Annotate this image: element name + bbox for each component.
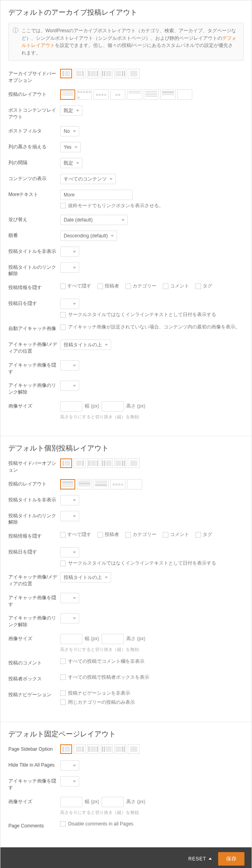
archive-postlayout-label: 投稿のレイアウト — [8, 89, 60, 98]
sidebar-opt-1[interactable] — [60, 69, 72, 78]
postlayout-6[interactable] — [144, 89, 159, 100]
single-section-title: デフォルト個別投稿レイアウト — [8, 443, 244, 453]
postlayout-1[interactable] — [60, 89, 75, 100]
date-inline-chk[interactable] — [60, 312, 66, 318]
page-sidebar-opt-1[interactable] — [60, 744, 72, 754]
single-meta-all-chk[interactable] — [60, 532, 66, 538]
single-hide-title-select[interactable] — [60, 495, 79, 505]
info-icon: i — [13, 27, 18, 33]
archive-hide-featured-select[interactable] — [60, 360, 79, 371]
postnav-samecat-chk[interactable] — [60, 699, 66, 705]
page-sidebar-opt-3[interactable] — [87, 744, 99, 754]
postlayout-7[interactable] — [160, 89, 176, 100]
page-hide-featured-select[interactable] — [60, 776, 79, 786]
single-meta-author-chk[interactable] — [98, 532, 103, 538]
archive-height-input[interactable] — [102, 401, 124, 412]
page-sidebar-opt-6[interactable] — [128, 744, 140, 754]
archive-sidebar-options — [60, 69, 244, 78]
archive-section-title: デフォルトのアーカイブ投稿レイアウト — [8, 8, 244, 17]
sort-select[interactable]: Date (default) — [60, 215, 128, 225]
postnav-hide-chk[interactable] — [60, 690, 66, 696]
page-sidebar-opt-4[interactable] — [101, 744, 113, 754]
page-sidebar-opt-5[interactable] — [114, 744, 126, 754]
archive-notice: i ここでは、WordPressのアーカイブポストレイアウト（カテゴリ、検索、ア… — [8, 23, 244, 61]
single-authorbox-chk[interactable] — [60, 674, 66, 680]
post-filter-select[interactable]: No — [60, 126, 79, 136]
single-sidebar-opt-6[interactable] — [128, 458, 140, 468]
single-media-pos-select[interactable]: 投稿タイトルの上 — [60, 572, 111, 583]
reset-button[interactable]: RESET — [188, 856, 212, 862]
postlayout-2[interactable] — [77, 89, 92, 100]
postlayout-8[interactable] — [177, 89, 192, 100]
single-meta-comment-chk[interactable] — [163, 532, 168, 538]
single-unlink-featured-select[interactable] — [60, 613, 79, 623]
more-text-input[interactable] — [60, 190, 133, 200]
single-postlayout-1[interactable] — [60, 479, 75, 489]
archive-unlink-title-select[interactable] — [60, 262, 79, 273]
single-hide-featured-select[interactable] — [60, 593, 79, 603]
archive-sidebar-label: アーカイブサイドバーオプション — [8, 69, 60, 84]
sidebar-opt-3[interactable] — [87, 69, 99, 78]
meta-comment-chk[interactable] — [163, 284, 168, 289]
single-height-input[interactable] — [102, 634, 124, 644]
caret-up-icon — [209, 858, 212, 860]
page-sidebar-opt-2[interactable] — [74, 744, 86, 754]
single-postlayout-5[interactable] — [127, 479, 142, 489]
postlayout-4[interactable] — [110, 89, 125, 100]
page-section-title: デフォルト固定ページレイアウト — [8, 729, 244, 739]
single-sidebar-opt-3[interactable] — [87, 458, 99, 468]
archive-postlayout-options — [60, 89, 244, 100]
equal-height-select[interactable]: Yes — [60, 142, 81, 152]
single-postlayout-4[interactable] — [110, 479, 125, 489]
order-select[interactable]: Descending (default) — [60, 231, 117, 241]
meta-all-chk[interactable] — [60, 284, 66, 289]
page-width-input[interactable] — [60, 797, 82, 807]
postlayout-3[interactable] — [94, 89, 109, 100]
footer-bar: RESET 保存 — [0, 847, 252, 868]
single-postlayout-2[interactable] — [77, 479, 92, 489]
meta-author-chk[interactable] — [98, 284, 103, 289]
page-comments-chk[interactable] — [60, 821, 66, 827]
postlayout-5[interactable] — [127, 89, 142, 100]
archive-unlink-featured-select[interactable] — [60, 381, 79, 391]
sidebar-opt-6[interactable] — [128, 69, 140, 78]
archive-hide-date-select[interactable] — [60, 299, 79, 309]
single-sidebar-opt-2[interactable] — [74, 458, 86, 468]
single-postlayout-3[interactable] — [94, 479, 109, 489]
meta-category-chk[interactable] — [125, 284, 131, 289]
col-gap-select[interactable]: 既定 — [60, 158, 82, 168]
content-display-select[interactable]: すべてのコンテンツ — [60, 174, 116, 184]
meta-tag-chk[interactable] — [195, 284, 201, 289]
page-height-input[interactable] — [102, 797, 124, 807]
single-meta-category-chk[interactable] — [125, 532, 131, 538]
single-sidebar-opt-4[interactable] — [101, 458, 113, 468]
archive-width-input[interactable] — [60, 401, 82, 412]
single-meta-tag-chk[interactable] — [195, 532, 201, 538]
auto-featured-chk[interactable] — [60, 324, 66, 330]
sidebar-opt-2[interactable] — [74, 69, 86, 78]
single-sidebar-opt-5[interactable] — [114, 458, 126, 468]
save-button[interactable]: 保存 — [218, 852, 244, 866]
more-link-chk[interactable] — [60, 203, 66, 208]
sidebar-opt-4[interactable] — [101, 69, 113, 78]
single-comments-chk[interactable] — [60, 658, 66, 664]
single-unlink-title-select[interactable] — [60, 511, 79, 521]
single-date-inline-chk[interactable] — [60, 561, 66, 566]
single-hide-date-select[interactable] — [60, 547, 79, 557]
sidebar-opt-5[interactable] — [114, 69, 126, 78]
archive-hide-title-select[interactable] — [60, 247, 79, 257]
page-hide-title-select[interactable] — [60, 760, 79, 771]
single-width-input[interactable] — [60, 634, 82, 644]
archive-media-pos-select[interactable]: 投稿タイトルの上 — [60, 340, 111, 350]
post-content-layout-select[interactable]: 既定 — [60, 105, 82, 116]
single-sidebar-opt-1[interactable] — [60, 458, 72, 468]
